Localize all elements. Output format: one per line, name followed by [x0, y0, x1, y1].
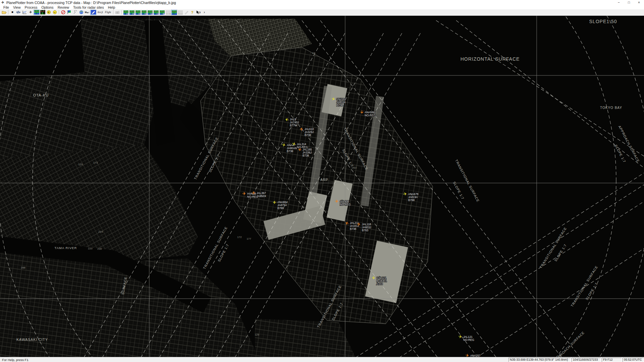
aircraft-symbol-icon: ✈ [252, 190, 256, 195]
aircraft-label-line: B738 [350, 228, 357, 231]
spot-height: 214 [98, 230, 103, 233]
menu-item-review[interactable]: Review [56, 5, 71, 9]
aircraft-label-line: B738 [305, 134, 311, 137]
menu-item-help[interactable]: Help [106, 5, 117, 9]
toolbar-aircraft-list[interactable]: Aircft [96, 10, 104, 15]
app-icon: ✈ [0, 0, 5, 5]
aircraft-label-line: JA819A [408, 196, 418, 199]
aircraft-label-line: JAL118 [362, 223, 371, 226]
map-label: KAWASAKI CITY [16, 338, 48, 342]
toolbar-chart-night-mode[interactable] [40, 10, 46, 15]
toolbar-separator [113, 10, 113, 14]
toolbar-chart-mode[interactable] [34, 10, 40, 15]
aircraft-label-line: JAL610 [305, 128, 314, 131]
toolbar-chart-preset-6[interactable]: 6 [153, 10, 159, 15]
menu-item-process[interactable]: Process [23, 5, 40, 9]
toolbar-open-file[interactable] [1, 10, 7, 15]
close-button[interactable]: × [634, 0, 644, 5]
svg-text:?: ? [199, 11, 201, 14]
aircraft-symbol-icon: ✈ [272, 200, 276, 205]
toolbar-help[interactable]: ? [189, 10, 195, 15]
aircraft-label-line: B789 [277, 207, 284, 210]
toolbar-separator [59, 10, 59, 14]
map-area[interactable]: SLOPE1:50HORIZONTAL SURFACETOKYO BAYOTA-… [0, 16, 644, 357]
statusbar: For Help, press F1 N35-33.699 E139-44.76… [0, 357, 644, 362]
aircraft-label-line: ANA864 [277, 201, 288, 204]
planeplotter-window: ✈ PlanePlotter from COAA - processing TC… [0, 0, 644, 362]
menu-item-options[interactable]: Options [39, 5, 55, 9]
aircraft-symbol-icon: ✈ [299, 127, 304, 131]
map-label: TOKYO BAY [600, 106, 622, 110]
status-cursor-position: N35-33.699 E139-44.763 (079.9° 140.8nm) [508, 358, 571, 362]
spot-height: 43 [312, 52, 315, 55]
menu-item-file[interactable]: File [1, 5, 11, 9]
map-label: OTA-KU [33, 93, 49, 97]
spot-height: 173 [93, 161, 98, 164]
toolbar-message-view[interactable] [21, 10, 28, 15]
toolbar-capture[interactable] [114, 10, 120, 15]
minimize-button[interactable]: − [614, 0, 624, 5]
aircraft-label-line: JAL165 [303, 148, 312, 151]
aircraft-label-line: JA850X [257, 195, 266, 198]
map-label: ARP [320, 178, 328, 182]
toolbar-context-help[interactable]: ? [195, 10, 201, 15]
toolbar-signal-monitor[interactable] [15, 10, 21, 15]
aircraft-label-line: NO-REG [365, 114, 376, 117]
aircraft-label-line: NO-REG [463, 339, 474, 342]
aircraft-symbol-icon: ✈ [243, 191, 246, 196]
toolbar-chart-preset-8[interactable]: 8 [165, 10, 171, 15]
toolbar-stop-processing[interactable]: ■ [9, 10, 15, 15]
toolbar-ignore-traffic[interactable] [60, 10, 66, 15]
toolbar-zoom-out[interactable]: − [52, 10, 58, 15]
aircraft-label-line: SNJ16 [336, 98, 345, 101]
toolbar-aircraft-view[interactable]: ✈ [28, 10, 34, 15]
spot-height: 125 [255, 333, 259, 336]
toolbar-chart-preset-3[interactable]: 3 [135, 10, 141, 15]
toolbar-draw-outline[interactable] [183, 10, 189, 15]
aircraft-label-line: ANA566 [365, 111, 375, 114]
aircraft-label-line: A333 [376, 283, 383, 286]
toolbar-chart-preset-2[interactable]: 2 [129, 10, 135, 15]
aircraft-label-line: JAL121 [463, 336, 473, 339]
toolbar-chart-current[interactable] [171, 10, 177, 15]
toolbar-chart-preset-4[interactable]: 4 [141, 10, 147, 15]
status-help-text: For Help, press F1 [0, 358, 508, 362]
aircraft-label-line: B738 [303, 154, 309, 157]
aircraft-label-line: JA80AN [287, 147, 297, 150]
toolbar-map-north-up[interactable]: Map↑ [84, 10, 90, 15]
maximize-button[interactable]: □ [624, 0, 634, 5]
menu-item-view[interactable]: View [11, 5, 23, 9]
toolbar-edit-mode[interactable] [90, 10, 96, 15]
aircraft-label-line: JAL9 [290, 118, 296, 121]
status-message-counters: 104/116606/27233 [572, 358, 601, 362]
toolbar: ■✈+−Map↑AircftFlight12345678??› [0, 9, 644, 16]
status-function-keys: F9 F12 [602, 358, 622, 362]
aircraft-label-line: JA811X [336, 101, 346, 104]
spot-height: 220 [88, 247, 93, 250]
toolbar-chart-preset-5[interactable]: 5 [147, 10, 153, 15]
aircraft-label-line: JAL906 [340, 200, 349, 203]
toolbar-more-tools[interactable]: › [201, 10, 207, 15]
spot-height: 288 [21, 266, 25, 269]
map-label: TAMA RIVER [55, 246, 77, 250]
toolbar-chart-empty[interactable] [177, 10, 183, 15]
toolbar-share-flags[interactable] [66, 10, 72, 15]
aircraft-label-line: NO-REG [340, 203, 351, 206]
aircraft-label-line: JAL367 [257, 192, 266, 195]
aircraft-label-line: B788 [408, 199, 415, 202]
toolbar-zoom-in[interactable]: + [46, 10, 52, 15]
aircraft-symbol-icon: ✈ [359, 110, 364, 114]
toolbar-flight-list[interactable]: Flight [104, 10, 112, 15]
menu-item-tools-for-radar-sites[interactable]: Tools for radar sites [71, 5, 106, 9]
aircraft-label-line: B77W [290, 124, 298, 127]
window-controls: − □ × [614, 0, 644, 5]
toolbar-chart-preset-1[interactable]: 1 [123, 10, 129, 15]
spot-height: 177 [247, 237, 251, 240]
titlebar: ✈ PlanePlotter from COAA - processing TC… [0, 0, 644, 5]
aircraft-label-line: ANA678 [408, 193, 419, 196]
aircraft-label-line: JA603J [362, 226, 371, 229]
spot-height: 230 [97, 247, 102, 250]
toolbar-chart-preset-7[interactable]: 7 [159, 10, 165, 15]
toolbar-tools[interactable] [72, 10, 78, 15]
toolbar-world-view[interactable] [78, 10, 84, 15]
